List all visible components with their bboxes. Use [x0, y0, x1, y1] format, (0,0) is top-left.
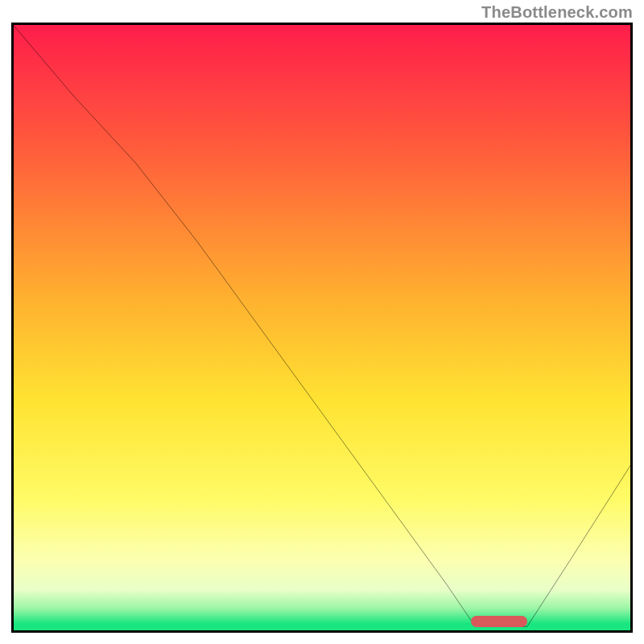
plot-area	[11, 23, 633, 633]
bottleneck-curve	[11, 23, 633, 626]
optimal-range-marker	[471, 616, 526, 627]
curve-layer	[11, 23, 633, 633]
watermark-text: TheBottleneck.com	[481, 3, 633, 22]
bottleneck-chart: TheBottleneck.com	[0, 0, 644, 644]
